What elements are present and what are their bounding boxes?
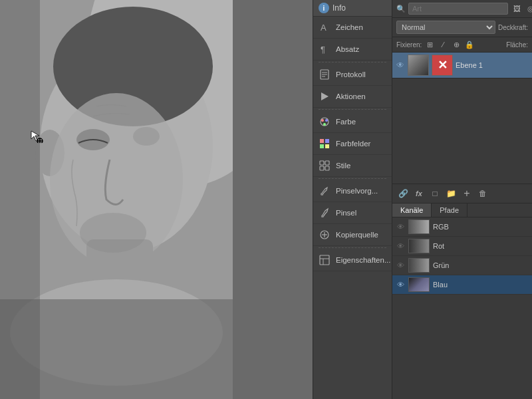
tool-protokoll[interactable]: Protokoll: [313, 64, 392, 86]
tool-absatz[interactable]: ¶ Absatz: [313, 39, 392, 61]
channel-blau[interactable]: 👁 Blau: [392, 275, 532, 295]
fx-icon-btn[interactable]: fx: [412, 187, 426, 200]
svg-rect-33: [320, 166, 324, 170]
svg-point-26: [323, 123, 326, 126]
layer-ebene1[interactable]: 👁 ✕ Ebene 1: [392, 53, 532, 78]
channel-rgb[interactable]: 👁 RGB: [392, 217, 532, 237]
fix-lock-icon[interactable]: 🔒: [464, 39, 475, 50]
layers-panel: 🔍 🖼 ◎ T ▤ NormalMultiplizierenÜberlagern…: [392, 0, 532, 399]
layers-spacer: [392, 78, 532, 184]
layer-visibility-eye[interactable]: 👁: [396, 61, 405, 70]
svg-text:¶: ¶: [321, 45, 325, 55]
blend-mode-select[interactable]: NormalMultiplizierenÜberlagernAbblenden: [396, 21, 495, 34]
aktionen-icon: [319, 90, 331, 102]
svg-rect-28: [325, 139, 329, 143]
channels-spacer: [392, 295, 532, 400]
ch-blau-vis[interactable]: 👁: [396, 281, 405, 289]
fix-position-icon[interactable]: ⊞: [424, 39, 435, 50]
info-bar: i Info: [313, 0, 392, 17]
search-icons: 🖼 ◎ T ▤: [511, 3, 532, 15]
trash-icon-btn[interactable]: 🗑: [476, 187, 489, 200]
svg-point-35: [321, 193, 323, 196]
svg-rect-11: [0, 0, 40, 399]
divider-3: [319, 178, 386, 179]
stile-label: Stile: [336, 162, 350, 170]
layer-face-thumbnail: [408, 55, 428, 75]
search-icon: 🔍: [396, 5, 406, 13]
blend-row: NormalMultiplizierenÜberlagernAbblenden …: [392, 18, 532, 37]
stile-icon: [319, 160, 331, 172]
tab-kanaele[interactable]: Kanäle: [392, 203, 432, 217]
pinselvorg-icon: [319, 185, 331, 197]
photo-canvas[interactable]: [0, 0, 233, 399]
ch-gruen-name: Grün: [433, 261, 449, 269]
fix-row: Fixieren: ⊞ ∕ ⊕ 🔒 Fläche:: [392, 37, 532, 53]
tools-panel: i Info A Zeichen ¶ Absatz: [313, 0, 392, 399]
canvas-area[interactable]: [0, 0, 313, 399]
image-icon-btn[interactable]: 🖼: [511, 3, 523, 15]
ch-rgb-name: RGB: [433, 223, 449, 231]
aktionen-label: Aktionen: [336, 92, 366, 100]
svg-point-36: [321, 215, 324, 217]
absatz-icon: ¶: [319, 43, 331, 55]
farbfelder-icon: [319, 138, 331, 150]
ch-rgb-vis[interactable]: 👁: [396, 223, 405, 231]
folder-icon-btn[interactable]: 📁: [444, 187, 458, 200]
channel-gruen[interactable]: 👁 Grün: [392, 256, 532, 275]
zeichen-icon: A: [319, 21, 331, 33]
opacity-label: Deckkraft:: [498, 24, 528, 31]
layer-thumb-face: [408, 55, 429, 76]
eigenschaften-label: Eigenschaften...: [336, 256, 390, 264]
info-label: Info: [332, 3, 346, 13]
info-icon: i: [319, 3, 329, 13]
svg-point-24: [321, 119, 324, 122]
layer-name: Ebene 1: [456, 61, 529, 69]
link-icon-btn[interactable]: 🔗: [396, 187, 410, 200]
ch-gruen-thumb: [408, 258, 430, 273]
portrait-svg: [0, 0, 233, 399]
farbfelder-label: Farbfelder: [336, 140, 370, 148]
pinsel-icon: [319, 207, 331, 219]
tabs-row: Kanäle Pfade: [392, 203, 532, 217]
layer-thumb-mask: ✕: [432, 55, 453, 76]
tool-eigenschaften[interactable]: Eigenschaften...: [313, 249, 392, 271]
fix-brush-icon[interactable]: ∕: [438, 39, 448, 50]
svg-rect-40: [320, 255, 329, 265]
svg-marker-22: [321, 92, 329, 100]
fix-transform-icon[interactable]: ⊕: [451, 39, 462, 50]
tool-stile[interactable]: Stile: [313, 155, 392, 177]
circle-icon-btn[interactable]: ◎: [525, 3, 532, 15]
ch-rgb-thumb: [408, 219, 430, 234]
ch-rot-vis[interactable]: 👁: [396, 242, 405, 250]
divider-2: [319, 109, 386, 110]
right-panels: i Info A Zeichen ¶ Absatz: [313, 0, 532, 399]
eye-icon: 👁: [396, 61, 404, 70]
tool-farbfelder[interactable]: Farbfelder: [313, 133, 392, 155]
kopierquelle-label: Kopierquelle: [336, 231, 378, 239]
search-bar: 🔍 🖼 ◎ T ▤: [392, 0, 532, 18]
ch-blau-name: Blau: [433, 281, 448, 289]
svg-rect-34: [325, 166, 329, 170]
ch-rot-thumb: [408, 239, 430, 253]
tool-kopierquelle[interactable]: Kopierquelle: [313, 224, 392, 246]
kopierquelle-icon: [319, 229, 331, 241]
tool-zeichen[interactable]: A Zeichen: [313, 17, 392, 39]
tool-aktionen[interactable]: Aktionen: [313, 86, 392, 108]
tab-pfade[interactable]: Pfade: [432, 203, 467, 217]
ch-gruen-vis[interactable]: 👁: [396, 261, 405, 269]
fill-label: Fläche:: [506, 41, 528, 49]
ch-rot-name: Rot: [433, 242, 444, 250]
search-input[interactable]: [408, 3, 508, 15]
eigenschaften-icon: [319, 254, 331, 266]
channel-rot[interactable]: 👁 Rot: [392, 237, 532, 256]
svg-rect-32: [325, 161, 329, 165]
tool-farbe[interactable]: Farbe: [313, 111, 392, 133]
zeichen-label: Zeichen: [336, 23, 363, 31]
tool-pinselvorg[interactable]: Pinselvorg...: [313, 180, 392, 202]
mask-icon-btn[interactable]: □: [428, 187, 442, 200]
svg-rect-27: [320, 139, 324, 143]
farbe-label: Farbe: [336, 118, 356, 126]
tool-pinsel[interactable]: Pinsel: [313, 202, 392, 224]
new-layer-btn[interactable]: +: [460, 187, 473, 200]
svg-point-7: [133, 127, 160, 146]
